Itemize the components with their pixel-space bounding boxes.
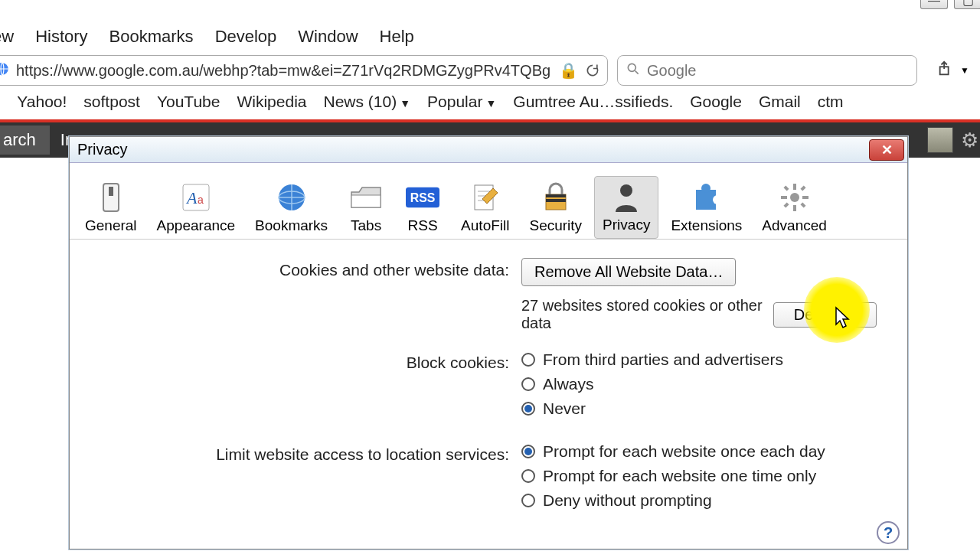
reload-button[interactable] <box>584 62 601 79</box>
svg-point-17 <box>620 184 632 197</box>
bookmark-gumtree[interactable]: Gumtree Au…ssifieds. <box>513 93 673 111</box>
tab-label: RSS <box>408 217 438 234</box>
menu-develop[interactable]: Develop <box>215 27 277 47</box>
radio-icon <box>521 494 535 507</box>
radio-label: Prompt for each website one time only <box>543 467 816 485</box>
svg-rect-22 <box>793 184 796 190</box>
nav-search[interactable]: arch <box>0 126 50 155</box>
bookmark-youtube[interactable]: YouTube <box>157 93 220 111</box>
svg-text:A: A <box>185 188 198 207</box>
preferences-toolbar: General Aa Appearance Bookmarks Tabs RSS… <box>70 163 907 240</box>
tab-appearance[interactable]: Aa Appearance <box>149 178 243 239</box>
menu-item[interactable]: ew <box>0 27 14 47</box>
minimize-button[interactable]: — <box>920 0 948 9</box>
tab-label: Security <box>529 217 582 234</box>
tab-bookmarks[interactable]: Bookmarks <box>247 178 335 239</box>
radio-icon <box>521 469 535 483</box>
chevron-down-icon: ▼ <box>400 97 410 109</box>
radio-block-never[interactable]: Never <box>521 399 877 418</box>
lock-icon <box>539 181 573 214</box>
chevron-down-icon: ▼ <box>485 97 496 109</box>
bookmark-ctm[interactable]: ctm <box>818 93 844 111</box>
menu-bookmarks[interactable]: Bookmarks <box>109 27 194 47</box>
radio-label: Prompt for each website once each day <box>543 442 825 461</box>
maximize-button[interactable]: ▢ <box>954 0 980 9</box>
site-icon <box>0 61 10 80</box>
tab-extensions[interactable]: Extensions <box>663 178 750 239</box>
svg-text:RSS: RSS <box>410 191 436 204</box>
tab-security[interactable]: Security <box>521 178 590 239</box>
tab-general[interactable]: General <box>77 178 145 239</box>
tab-label: AutoFill <box>461 217 509 234</box>
radio-block-thirdparty[interactable]: From third parties and advertisers <box>521 350 877 369</box>
tab-label: Advanced <box>762 217 827 234</box>
radio-label: Deny without prompting <box>543 491 712 510</box>
window-controls: — ▢ <box>920 0 980 15</box>
gear-icon[interactable]: ⚙ <box>961 129 978 152</box>
avatar[interactable] <box>927 127 953 153</box>
pencil-form-icon <box>469 181 502 214</box>
svg-rect-24 <box>781 196 787 199</box>
dialog-content: Cookies and other website data: Remove A… <box>70 240 907 516</box>
address-row: 🔒 ▼ <box>0 54 980 87</box>
radio-icon <box>521 353 535 367</box>
radio-label: Never <box>543 399 586 418</box>
radio-location-deny[interactable]: Deny without prompting <box>521 491 877 510</box>
person-icon <box>609 180 643 214</box>
cookies-info-text: 27 websites stored cookies or other data <box>521 297 764 332</box>
share-icon[interactable] <box>937 60 954 80</box>
block-cookies-label: Block cookies: <box>100 350 521 372</box>
radio-label: From third parties and advertisers <box>543 350 783 369</box>
svg-rect-10 <box>351 195 381 207</box>
menubar: ew History Bookmarks Develop Window Help <box>0 23 980 51</box>
tab-label: Extensions <box>671 217 742 234</box>
tab-tabs[interactable]: Tabs <box>340 178 392 239</box>
location-label: Limit website access to location service… <box>100 442 521 464</box>
search-input[interactable] <box>647 62 909 80</box>
menu-history[interactable]: History <box>35 27 87 47</box>
svg-point-19 <box>701 184 710 193</box>
rss-icon: RSS <box>406 181 439 214</box>
svg-rect-28 <box>800 185 805 191</box>
menu-help[interactable]: Help <box>380 27 414 47</box>
svg-text:a: a <box>198 194 204 206</box>
bookmark-yahoo[interactable]: Yahoo! <box>17 93 67 111</box>
puzzle-icon <box>690 181 724 214</box>
lock-icon: 🔒 <box>559 61 578 80</box>
svg-rect-4 <box>109 187 113 196</box>
svg-rect-29 <box>783 202 789 207</box>
tab-autofill[interactable]: AutoFill <box>453 178 517 239</box>
close-button[interactable]: ✕ <box>869 139 904 161</box>
bookmark-softpost[interactable]: softpost <box>83 93 140 111</box>
help-button[interactable]: ? <box>877 521 900 544</box>
address-bar[interactable]: 🔒 <box>0 55 608 86</box>
radio-location-daily[interactable]: Prompt for each website once each day <box>521 442 877 461</box>
bookmark-gmail[interactable]: Gmail <box>759 93 801 111</box>
tab-label: Tabs <box>351 217 381 234</box>
chevron-down-icon[interactable]: ▼ <box>960 65 969 76</box>
bookmark-google[interactable]: Google <box>690 93 742 111</box>
tab-rss[interactable]: RSS RSS <box>397 178 449 239</box>
globe-icon <box>275 181 309 214</box>
url-input[interactable] <box>16 62 553 80</box>
svg-rect-25 <box>802 196 808 199</box>
radio-location-once[interactable]: Prompt for each website one time only <box>521 467 877 485</box>
tab-label: Appearance <box>157 217 235 234</box>
tab-advanced[interactable]: Advanced <box>754 178 835 239</box>
svg-rect-23 <box>793 205 796 211</box>
radio-label: Always <box>543 375 594 393</box>
svg-rect-27 <box>800 202 805 207</box>
font-icon: Aa <box>179 181 213 214</box>
radio-block-always[interactable]: Always <box>521 375 877 393</box>
menu-window[interactable]: Window <box>298 27 358 47</box>
details-button[interactable]: Details… <box>773 302 877 328</box>
svg-point-1 <box>628 64 635 71</box>
bookmark-popular-folder[interactable]: Popular▼ <box>427 93 496 111</box>
search-bar[interactable] <box>617 55 917 86</box>
remove-all-button[interactable]: Remove All Website Data… <box>521 258 736 286</box>
dialog-title: Privacy <box>70 137 907 163</box>
bookmark-news-folder[interactable]: News (10)▼ <box>323 93 410 111</box>
bookmark-wikipedia[interactable]: Wikipedia <box>237 93 306 111</box>
tab-privacy[interactable]: Privacy <box>594 176 658 239</box>
bookmarks-bar: le Yahoo! softpost YouTube Wikipedia New… <box>0 88 980 116</box>
